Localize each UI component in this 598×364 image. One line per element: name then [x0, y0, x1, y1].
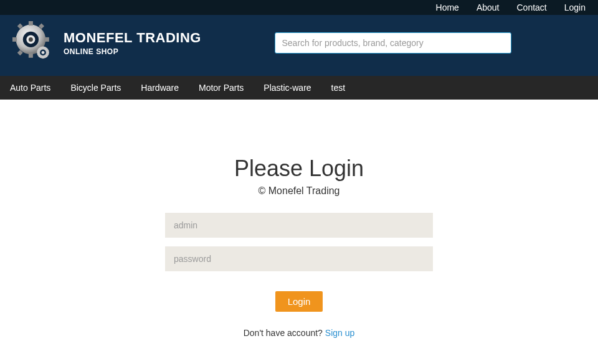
category-motor-parts[interactable]: Motor Parts [199, 83, 244, 93]
signup-prompt: Don't have account? [244, 328, 325, 338]
category-nav: Auto Parts Bicycle Parts Hardware Motor … [0, 76, 598, 100]
svg-rect-2 [29, 54, 33, 58]
gear-icon [12, 21, 56, 65]
login-button[interactable]: Login [275, 291, 323, 312]
svg-rect-3 [12, 37, 17, 42]
search-input[interactable] [275, 32, 511, 54]
nav-about[interactable]: About [477, 2, 500, 12]
svg-point-14 [42, 51, 45, 54]
svg-point-11 [29, 37, 33, 42]
top-nav: Home About Contact Login [0, 0, 598, 15]
username-input[interactable] [165, 213, 433, 238]
brand-text: MONEFEL TRADING ONLINE SHOP [64, 30, 201, 56]
category-hardware[interactable]: Hardware [141, 83, 179, 93]
search-wrap [201, 32, 586, 54]
category-bicycle-parts[interactable]: Bicycle Parts [70, 83, 121, 93]
brand-subtitle: ONLINE SHOP [64, 47, 201, 56]
login-panel: Please Login © Monefel Trading Login Don… [143, 156, 455, 338]
brand-block: MONEFEL TRADING ONLINE SHOP [12, 21, 201, 65]
header: MONEFEL TRADING ONLINE SHOP [0, 15, 598, 76]
svg-rect-1 [29, 21, 33, 26]
category-test[interactable]: test [331, 83, 346, 93]
nav-login[interactable]: Login [564, 2, 586, 12]
svg-rect-4 [45, 37, 49, 42]
signup-link[interactable]: Sign up [325, 328, 354, 338]
category-plastic-ware[interactable]: Plastic-ware [263, 83, 311, 93]
brand-name: MONEFEL TRADING [64, 30, 201, 46]
nav-contact[interactable]: Contact [516, 2, 546, 12]
password-input[interactable] [165, 246, 433, 271]
nav-home[interactable]: Home [436, 2, 459, 12]
category-auto-parts[interactable]: Auto Parts [10, 83, 50, 93]
signup-line: Don't have account? Sign up [150, 328, 448, 338]
login-subtitle: © Monefel Trading [150, 185, 448, 197]
login-title: Please Login [150, 156, 448, 182]
